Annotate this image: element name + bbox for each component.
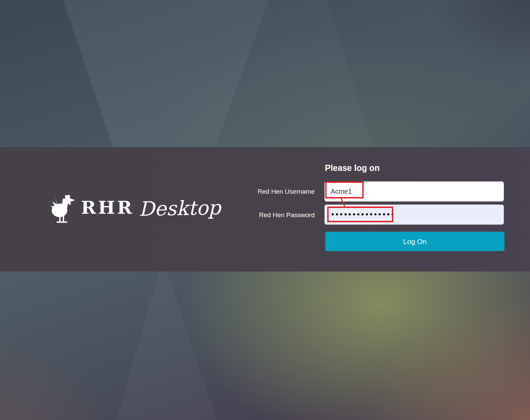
brand-name: RHR <box>81 198 134 216</box>
username-input[interactable] <box>325 181 504 202</box>
password-input[interactable] <box>325 205 504 225</box>
rhr-desktop-logon-screen: { "logo": { "brand": "RHR", "product": "… <box>0 0 530 420</box>
password-label: Red Hen Password <box>202 211 315 219</box>
log-on-button[interactable]: Log On <box>325 232 504 251</box>
hen-icon <box>50 194 76 224</box>
username-label: Red Hen Username <box>202 188 315 196</box>
logon-heading: Please log on <box>325 163 380 173</box>
